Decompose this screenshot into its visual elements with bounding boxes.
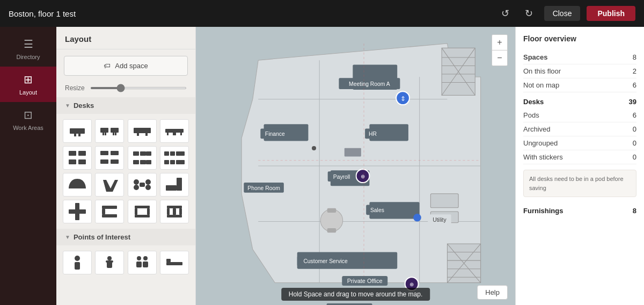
svg-text:Meeting Room A: Meeting Room A	[349, 81, 390, 87]
not-on-map-value: 6	[633, 81, 636, 89]
redo-button[interactable]: ↻	[521, 5, 538, 22]
desk-corner[interactable]	[160, 173, 189, 197]
svg-rect-51	[135, 206, 150, 208]
desk-double-bracket[interactable]	[128, 200, 157, 223]
furnishings-section-label: Furnishings 8	[523, 201, 636, 217]
svg-rect-54	[147, 208, 150, 215]
poi-person-2[interactable]	[95, 251, 124, 274]
svg-rect-69	[166, 262, 182, 265]
not-on-map-label: Not on map	[523, 81, 559, 89]
publish-button[interactable]: Publish	[587, 6, 635, 21]
svg-point-62	[107, 256, 112, 260]
svg-rect-44	[166, 185, 177, 191]
svg-point-98	[320, 209, 342, 231]
desk-curve-1[interactable]	[63, 173, 92, 197]
undo-button[interactable]: ↺	[497, 5, 514, 22]
desk-hex-1[interactable]	[128, 146, 157, 170]
svg-rect-16	[180, 133, 182, 135]
svg-point-42	[134, 185, 139, 190]
pods-label: Pods	[523, 111, 539, 119]
ungrouped-label: Ungrouped	[523, 139, 558, 147]
desks-toggle-icon: ▼	[65, 103, 70, 108]
desk-open-bracket[interactable]	[160, 200, 189, 223]
desk-bracket[interactable]	[95, 200, 124, 223]
add-space-button[interactable]: 🏷 Add space	[64, 56, 188, 76]
zoom-out-button[interactable]: −	[492, 50, 507, 66]
spaces-value: 8	[633, 53, 636, 61]
desk-hex-2[interactable]	[160, 146, 189, 170]
work-areas-icon: ⊡	[24, 108, 33, 121]
svg-rect-68	[143, 262, 148, 267]
poi-section-header[interactable]: ▼ Points of Interest	[56, 229, 195, 245]
main-content: ☰ Directory ⊞ Layout ⊡ Work Areas Layout…	[0, 27, 644, 305]
resize-slider[interactable]	[90, 87, 187, 89]
desk-quad-2[interactable]	[95, 146, 124, 170]
svg-rect-3	[100, 128, 108, 133]
svg-rect-70	[166, 259, 171, 262]
svg-rect-21	[100, 151, 108, 155]
svg-rect-29	[140, 160, 146, 164]
add-space-label: Add space	[115, 62, 148, 70]
map-tooltip: Hold Space and drag to move around the m…	[281, 288, 430, 301]
pods-row: Pods 6	[523, 108, 636, 122]
svg-rect-50	[102, 209, 105, 214]
svg-rect-39	[140, 183, 145, 187]
svg-rect-102	[430, 194, 458, 208]
svg-rect-64	[106, 260, 113, 263]
svg-rect-28	[133, 160, 139, 164]
svg-point-43	[145, 185, 151, 190]
svg-rect-14	[173, 133, 174, 135]
poi-people[interactable]	[128, 251, 157, 274]
desk-double[interactable]	[95, 119, 124, 143]
svg-point-41	[145, 179, 151, 185]
floor-plan-svg: ⇕ ⊕ ⊕ Meeting Room A Finance HR Payroll	[196, 27, 515, 305]
desk-wide[interactable]	[128, 119, 157, 143]
svg-text:⊕: ⊕	[361, 173, 365, 179]
svg-rect-52	[135, 215, 150, 217]
sidebar-item-work-areas-label: Work Areas	[13, 125, 43, 131]
desks-label: Desks	[74, 101, 94, 110]
svg-text:Customer Service: Customer Service	[303, 258, 348, 264]
poi-reception[interactable]	[160, 251, 189, 274]
directory-icon: ☰	[24, 38, 33, 50]
spaces-row: Spaces 8	[523, 50, 636, 64]
layout-panel: Layout 🏷 Add space Resize ▼ Desks	[56, 27, 196, 305]
help-button[interactable]: Help	[477, 285, 508, 300]
svg-rect-13	[167, 133, 169, 135]
desk-bone[interactable]	[128, 173, 157, 197]
sidebar-item-layout[interactable]: ⊞ Layout	[0, 67, 56, 102]
poi-person-1[interactable]	[63, 251, 92, 274]
svg-rect-10	[137, 133, 139, 136]
desk-curve-2[interactable]	[95, 173, 124, 197]
furnishings-label: Furnishings	[523, 207, 563, 215]
close-button[interactable]: Close	[544, 6, 581, 21]
svg-rect-5	[103, 133, 104, 135]
desk-grid	[56, 114, 195, 229]
svg-rect-0	[70, 128, 85, 134]
svg-rect-19	[69, 159, 76, 164]
sidebar-item-directory-label: Directory	[16, 54, 40, 60]
svg-rect-11	[145, 133, 148, 136]
svg-point-65	[137, 256, 141, 260]
svg-rect-33	[176, 151, 181, 156]
svg-rect-56	[167, 215, 182, 217]
svg-rect-8	[115, 133, 116, 135]
zoom-in-button[interactable]: +	[492, 35, 507, 50]
poi-grid	[56, 245, 195, 280]
svg-rect-31	[164, 151, 169, 156]
desk-single[interactable]	[63, 119, 92, 143]
desk-quad-1[interactable]	[63, 146, 92, 170]
map-area[interactable]: ⇕ ⊕ ⊕ Meeting Room A Finance HR Payroll	[196, 27, 515, 305]
sidebar-item-directory[interactable]: ☰ Directory	[0, 31, 56, 67]
svg-text:⇕: ⇕	[400, 95, 406, 103]
on-this-floor-row: On this floor 2	[523, 64, 636, 78]
archived-label: Archived	[523, 125, 551, 133]
svg-rect-7	[113, 133, 114, 135]
archived-value: 0	[633, 125, 636, 133]
floor-overview-panel: Floor overview Spaces 8 On this floor 2 …	[515, 27, 644, 305]
sidebar-item-work-areas[interactable]: ⊡ Work Areas	[0, 102, 56, 137]
pods-value: 6	[633, 111, 636, 119]
desk-bench[interactable]	[160, 119, 189, 143]
desks-section-header[interactable]: ▼ Desks	[56, 97, 195, 114]
desk-plus[interactable]	[63, 200, 92, 223]
